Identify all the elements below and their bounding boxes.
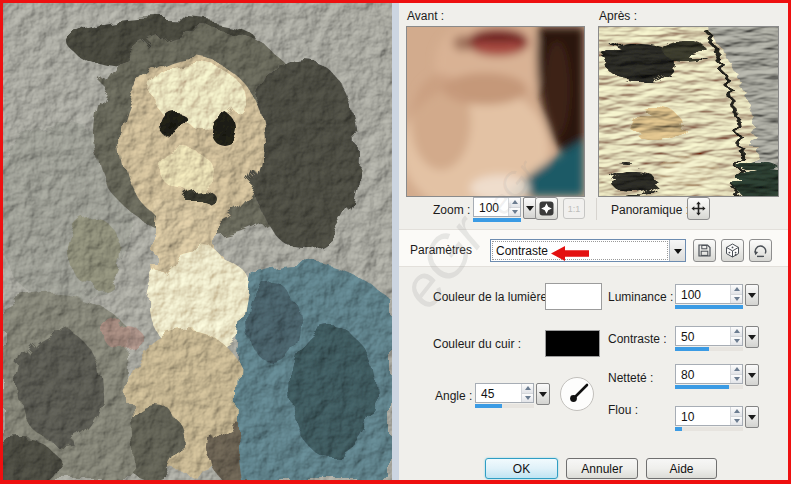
spin-up-icon[interactable] — [522, 384, 533, 394]
angle-dial[interactable] — [558, 375, 596, 413]
reset-button[interactable] — [749, 239, 772, 262]
zoom-spinner[interactable] — [508, 198, 520, 216]
angle-slider-button[interactable] — [536, 383, 550, 405]
leather-texture-image — [3, 3, 392, 480]
canvas-image — [3, 3, 392, 480]
blur-field[interactable]: 10 — [675, 406, 743, 426]
contrast-slider-button[interactable] — [745, 326, 759, 348]
pan-button[interactable] — [687, 197, 710, 220]
spin-down-icon[interactable] — [731, 417, 742, 426]
luminance-value[interactable]: 100 — [676, 285, 730, 303]
contrast-field[interactable]: 50 — [675, 326, 743, 346]
zoom-value[interactable]: 100 — [474, 198, 508, 216]
zoom-value-bar — [473, 218, 521, 222]
reset-icon — [753, 243, 768, 258]
dice-icon — [725, 243, 740, 258]
light-color-swatch[interactable] — [545, 283, 602, 310]
luminance-value-bar — [675, 305, 743, 309]
spin-down-icon[interactable] — [731, 375, 742, 384]
window-background-strip — [392, 3, 399, 480]
blur-value-bar — [675, 427, 743, 431]
dial-knob — [570, 395, 577, 402]
luminance-slider-button[interactable] — [745, 284, 759, 306]
before-preview[interactable] — [406, 26, 585, 197]
angle-label: Angle : — [435, 389, 472, 403]
before-preview-image — [407, 27, 584, 196]
randomize-button[interactable] — [721, 239, 744, 262]
angle-value[interactable]: 45 — [476, 384, 521, 402]
luminance-field[interactable]: 100 — [675, 284, 743, 304]
blur-label: Flou : — [608, 403, 638, 417]
spin-up-icon[interactable] — [731, 285, 742, 295]
spin-up-icon[interactable] — [731, 327, 742, 337]
light-color-label: Couleur de la lumière : — [433, 290, 554, 304]
navigate-button[interactable] — [535, 197, 558, 220]
leather-color-label: Couleur du cuir : — [433, 337, 521, 351]
spin-up-icon[interactable] — [731, 407, 742, 417]
blur-spinner[interactable] — [730, 407, 742, 425]
sharpness-value[interactable]: 80 — [676, 365, 730, 383]
spin-down-icon[interactable] — [522, 394, 533, 403]
navigate-icon — [538, 200, 555, 217]
presets-label: Paramètres — [410, 243, 472, 257]
sharpness-label: Netteté : — [608, 371, 653, 385]
floppy-disk-icon — [697, 243, 712, 258]
zoom-field[interactable]: 100 — [473, 197, 521, 217]
sharpness-slider-button[interactable] — [745, 364, 759, 386]
effect-dialog-panel: Avant : Après : — [399, 3, 788, 480]
sharpness-value-bar — [675, 385, 743, 389]
sharpness-field[interactable]: 80 — [675, 364, 743, 384]
after-preview-image — [599, 27, 778, 196]
toolbar-separator — [596, 198, 597, 220]
annotation-red-arrow-icon — [551, 246, 589, 261]
angle-field[interactable]: 45 — [475, 383, 534, 403]
luminance-label: Luminance : — [608, 290, 673, 304]
luminance-value-bar-fill — [675, 305, 743, 309]
after-label: Après : — [599, 9, 637, 23]
luminance-spinner[interactable] — [730, 285, 742, 303]
sharpness-spinner[interactable] — [730, 365, 742, 383]
sharpness-value-bar-fill — [675, 385, 729, 389]
contrast-label: Contraste : — [608, 332, 667, 346]
move-icon — [691, 201, 706, 216]
help-button[interactable]: Aide — [646, 458, 717, 479]
blur-value-bar-fill — [675, 427, 682, 431]
blur-slider-button[interactable] — [745, 406, 759, 428]
leather-effect-dialog-screenshot: Avant : Après : — [0, 0, 791, 484]
contrast-value[interactable]: 50 — [676, 327, 730, 345]
zoom-label: Zoom : — [433, 203, 470, 217]
spin-down-icon[interactable] — [731, 295, 742, 304]
angle-value-bar — [475, 404, 534, 408]
spin-down-icon[interactable] — [731, 337, 742, 346]
angle-spinner[interactable] — [521, 384, 533, 402]
before-label: Avant : — [407, 9, 444, 23]
ok-button[interactable]: OK — [485, 458, 558, 479]
spin-up-icon[interactable] — [731, 365, 742, 375]
pan-label: Panoramique : — [611, 203, 689, 217]
after-preview[interactable] — [598, 26, 779, 197]
contrast-value-bar-fill — [675, 347, 709, 351]
blur-value[interactable]: 10 — [676, 407, 730, 425]
contrast-value-bar — [675, 347, 743, 351]
cancel-button[interactable]: Annuler — [566, 458, 638, 479]
contrast-spinner[interactable] — [730, 327, 742, 345]
save-preset-button[interactable] — [693, 239, 716, 262]
one-to-one-button: 1:1 — [563, 198, 585, 219]
zoom-value-bar-fill — [473, 218, 521, 222]
spin-down-icon[interactable] — [509, 208, 520, 217]
spin-up-icon[interactable] — [509, 198, 520, 208]
angle-value-bar-fill — [475, 404, 502, 408]
leather-color-swatch[interactable] — [545, 330, 600, 357]
combo-dropdown-icon[interactable] — [669, 240, 685, 261]
